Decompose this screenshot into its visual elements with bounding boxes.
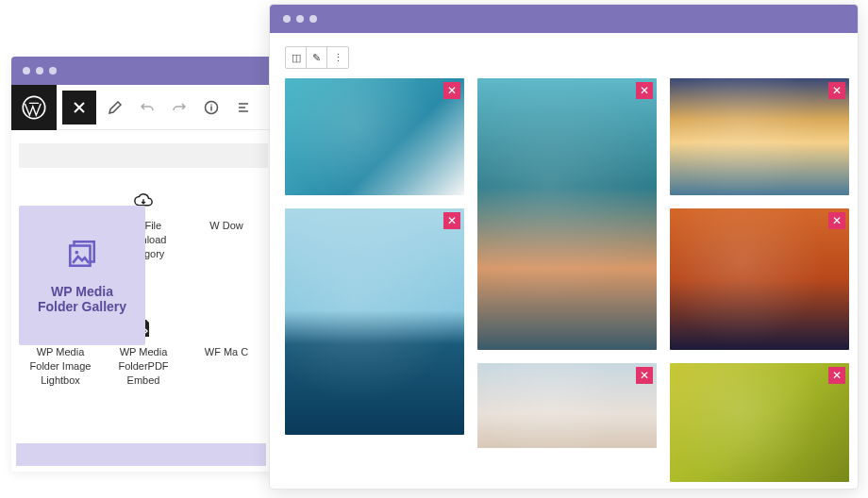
gallery-image[interactable]: ✕ xyxy=(285,78,464,195)
block-icon xyxy=(215,317,238,340)
window-control-dot[interactable] xyxy=(296,15,304,23)
block-partial[interactable]: WF Ma C xyxy=(185,313,268,391)
gallery-image[interactable]: ✕ xyxy=(477,78,657,350)
editor-toolbar xyxy=(11,85,275,130)
block-wp-media-folder-gallery-selected[interactable]: WP Media Folder Gallery xyxy=(19,206,145,345)
block-partial[interactable]: W Dow xyxy=(185,187,268,300)
remove-image-button[interactable]: ✕ xyxy=(828,82,845,99)
remove-image-button[interactable]: ✕ xyxy=(636,367,653,384)
gallery-image[interactable]: ✕ xyxy=(285,208,464,435)
window-control-dot[interactable] xyxy=(309,15,317,23)
window-control-dot[interactable] xyxy=(283,15,291,23)
block-icon xyxy=(215,191,238,213)
svg-point-6 xyxy=(75,251,78,255)
gallery-image[interactable]: ✕ xyxy=(477,363,657,448)
block-label: WP Media Folder Image Lightbox xyxy=(23,345,98,388)
wordpress-logo[interactable] xyxy=(11,85,57,130)
window-titlebar xyxy=(11,57,275,85)
block-label-line2: Folder Gallery xyxy=(38,299,126,314)
gallery-image[interactable]: ✕ xyxy=(670,363,849,482)
image-gallery-grid: ✕ ✕ ✕ ✕ ✕ ✕ ✕ xyxy=(270,78,858,497)
remove-image-button[interactable]: ✕ xyxy=(828,367,845,384)
remove-image-button[interactable]: ✕ xyxy=(828,212,845,229)
block-type-button[interactable]: ◫ xyxy=(286,47,307,68)
window-control-dot[interactable] xyxy=(49,67,57,75)
gallery-icon xyxy=(65,237,99,271)
info-icon[interactable] xyxy=(204,100,219,115)
edit-button[interactable]: ✎ xyxy=(307,47,327,68)
block-toolbar: ◫ ✎ ⋮ xyxy=(285,46,349,69)
block-label: WF Ma C xyxy=(205,345,248,359)
pencil-icon[interactable] xyxy=(108,100,123,115)
gallery-image[interactable]: ✕ xyxy=(670,208,849,350)
window-control-dot[interactable] xyxy=(23,67,30,75)
remove-image-button[interactable]: ✕ xyxy=(443,212,460,229)
remove-image-button[interactable]: ✕ xyxy=(443,82,460,99)
outline-icon[interactable] xyxy=(236,100,251,115)
remove-image-button[interactable]: ✕ xyxy=(636,82,653,99)
block-label: WP Media FolderPDF Embed xyxy=(106,345,181,388)
window-control-dot[interactable] xyxy=(36,67,43,75)
block-search-input[interactable] xyxy=(19,143,268,168)
redo-icon[interactable] xyxy=(172,100,187,115)
block-label-line1: WP Media xyxy=(51,284,113,299)
more-options-button[interactable]: ⋮ xyxy=(327,47,348,68)
decorative-bar xyxy=(16,443,266,466)
undo-icon[interactable] xyxy=(140,100,155,115)
gallery-editor-window: ◫ ✎ ⋮ ✕ ✕ ✕ ✕ ✕ ✕ ✕ xyxy=(269,4,859,490)
window-titlebar xyxy=(270,5,858,33)
gallery-image[interactable]: ✕ xyxy=(670,78,849,195)
block-label: W Dow xyxy=(209,219,242,233)
close-button[interactable] xyxy=(62,91,96,124)
